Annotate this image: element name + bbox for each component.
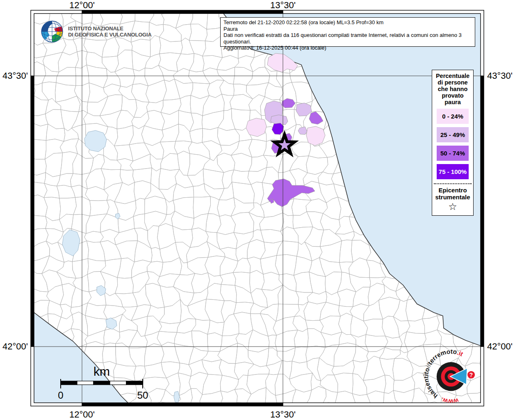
fear-municipality-0-24% [246, 118, 267, 137]
event-data-note: Dati non verificati estratti da 116 ques… [223, 32, 472, 45]
ingv-logo: ISTITUTO NAZIONALE DI GEOFISICA E VULCAN… [40, 20, 152, 43]
axis-label-bottom-east: 13°30' [270, 409, 296, 420]
haisentitoilterremoto-logo: ? haisentitoilterremoto.it www. [418, 344, 484, 409]
legend-class-0-24: 0 - 24% [437, 109, 469, 124]
legend-class-50-74: 50 - 74% [437, 146, 469, 161]
legend-epicenter-title: Epicentro strumentale [432, 187, 473, 201]
legend-class-75-100: 75 - 100% [437, 164, 469, 179]
ingv-text-line2: DI GEOFISICA E VULCANOLOGIA [68, 32, 152, 38]
scale-bar-end: 50 [137, 390, 148, 401]
event-info-box: Terremoto del 21-12-2020 02:22:58 (ora l… [220, 17, 475, 47]
event-updated-at: Aggiornato il: 16-12-2025 00:44 (ora loc… [223, 45, 472, 51]
axis-label-right-north: 43°30' [487, 71, 513, 81]
legend-class-25-49: 25 - 49% [437, 127, 469, 142]
event-title: Terremoto del 21-12-2020 02:22:58 (ora l… [223, 19, 472, 26]
axis-label-left-north: 43°30' [1, 71, 28, 81]
scale-bar-unit: km [93, 365, 110, 378]
axis-label-left-south: 42°00' [1, 341, 28, 352]
ingv-logo-text: ISTITUTO NAZIONALE DI GEOFISICA E VULCAN… [68, 25, 152, 38]
event-effect-label: Paura [223, 26, 472, 32]
axis-label-right-south: 42°00' [487, 341, 513, 352]
axis-label-bottom-west: 12°00' [69, 409, 95, 420]
ingv-text-line1: ISTITUTO NAZIONALE [68, 25, 152, 32]
axis-label-top-west: 12°00' [69, 0, 95, 11]
fear-municipality-0-24% [306, 126, 325, 146]
legend-title: Percentuale di persone che hanno provato… [432, 70, 473, 105]
watermark-www-text: www. [440, 396, 460, 405]
epicenter-star-icon: ☆ [432, 201, 473, 212]
question-mark: ? [469, 372, 473, 378]
axis-label-top-east: 13°30' [270, 0, 296, 11]
scale-bar-start: 0 [58, 390, 63, 401]
ingv-globe-icon [40, 20, 64, 43]
map-page: km050 12°00' 13°30' 12°00' 13°30' 43°30'… [0, 0, 515, 420]
legend-box: Percentuale di persone che hanno provato… [432, 70, 474, 216]
legend-divider [434, 183, 472, 184]
